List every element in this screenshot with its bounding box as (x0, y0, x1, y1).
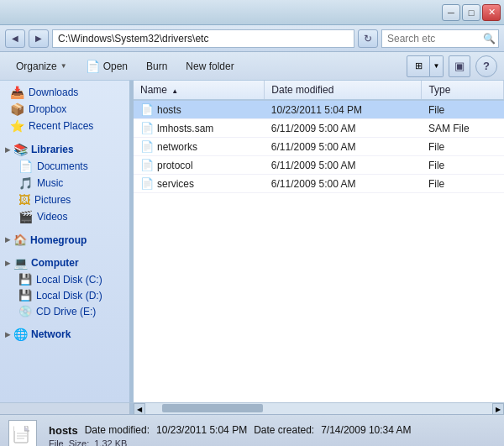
sidebar-item-dropbox[interactable]: 📦 Dropbox (0, 101, 129, 118)
col-name-label: Name (140, 84, 167, 96)
sidebar-label-localdisk-d: Local Disk (D:) (36, 290, 102, 302)
file-row-icon: 📄 (140, 103, 154, 116)
file-date-cell: 6/11/2009 5:00 AM (265, 175, 422, 193)
sidebar-item-recentplaces[interactable]: ⭐ Recent Places (0, 118, 129, 134)
computer-triangle-icon: ▶ (5, 260, 10, 267)
view-button[interactable]: ⊞ (407, 55, 430, 77)
refresh-button[interactable]: ↻ (358, 29, 378, 48)
file-name-cell: 📄services (134, 175, 265, 193)
title-bar: ─ □ ✕ (0, 0, 504, 25)
file-row-name: lmhosts.sam (157, 123, 213, 134)
sidebar-group-homegroup[interactable]: ▶ 🏠 Homegroup (0, 230, 129, 248)
new-folder-button[interactable]: New folder (176, 55, 243, 77)
file-row-name: hosts (157, 104, 181, 116)
status-created-label: Date created: (254, 424, 314, 437)
horizontal-scrollbar: ◀ ▶ (0, 402, 504, 414)
forward-button[interactable]: ▶ (29, 29, 49, 48)
status-size-label: Size: (69, 438, 89, 446)
file-date-cell: 6/11/2009 5:00 AM (265, 138, 422, 156)
address-bar: ◀ ▶ ↻ 🔍 (0, 25, 504, 52)
file-row-name: protocol (157, 160, 193, 171)
sidebar-item-pictures[interactable]: 🖼 Pictures (0, 192, 129, 208)
file-date-cell: 6/11/2009 5:00 AM (265, 119, 422, 138)
sidebar-item-cddrive[interactable]: 💿 CD Drive (E:) (0, 303, 129, 319)
status-file-icon (8, 420, 37, 447)
col-header-name[interactable]: Name ▲ (134, 81, 265, 100)
maximize-button[interactable]: □ (462, 4, 480, 21)
organize-button[interactable]: Organize ▼ (7, 55, 76, 77)
sidebar-group-network[interactable]: ▶ 🌐 Network (0, 324, 129, 343)
sidebar-item-documents[interactable]: 📄 Documents (0, 158, 129, 175)
burn-button[interactable]: Burn (137, 55, 176, 77)
h-scroll-thumb[interactable] (162, 404, 263, 412)
file-type-cell: File (422, 175, 504, 193)
sidebar: 📥 Downloads 📦 Dropbox ⭐ Recent Places ▶ … (0, 81, 130, 402)
sidebar-label-videos: Videos (37, 211, 67, 223)
status-filename-text: hosts (49, 424, 78, 437)
table-row[interactable]: 📄protocol6/11/2009 5:00 AMFile (134, 156, 504, 175)
music-icon: 🎵 (18, 176, 33, 190)
dropbox-icon: 📦 (10, 102, 24, 116)
homegroup-triangle-icon: ▶ (5, 236, 10, 244)
homegroup-icon: 🏠 (13, 233, 27, 246)
sidebar-item-localdisk-d[interactable]: 💾 Local Disk (D:) (0, 287, 129, 303)
file-date-cell: 10/23/2011 5:04 PM (265, 100, 422, 119)
file-list: Name ▲ Date modified Type 📄hosts10/23/20… (134, 81, 504, 402)
toolbar: Organize ▼ 📄 Open Burn New folder ⊞ ▼ ▣ … (0, 52, 504, 81)
file-type-cell: File (422, 156, 504, 175)
sidebar-item-music[interactable]: 🎵 Music (0, 175, 129, 192)
table-row[interactable]: 📄networks6/11/2009 5:00 AMFile (134, 138, 504, 156)
h-scroll-right-button[interactable]: ▶ (492, 403, 504, 415)
table-row[interactable]: 📄services6/11/2009 5:00 AMFile (134, 175, 504, 193)
sidebar-item-videos[interactable]: 🎬 Videos (0, 208, 129, 225)
search-icon[interactable]: 🔍 (481, 31, 496, 46)
h-scroll-left-button[interactable]: ◀ (134, 403, 145, 415)
col-header-type[interactable]: Type (422, 81, 504, 100)
status-date-value: 10/23/2011 5:04 PM (156, 424, 247, 437)
table-row[interactable]: 📄hosts10/23/2011 5:04 PMFile (134, 100, 504, 119)
organize-arrow-icon: ▼ (60, 62, 67, 70)
organize-label: Organize (16, 60, 57, 72)
status-meta: File Size: 1.32 KB (49, 438, 412, 446)
sidebar-label-homegroup: Homegroup (30, 234, 87, 246)
minimize-button[interactable]: ─ (442, 4, 460, 21)
sidebar-item-localdisk-c[interactable]: 💾 Local Disk (C:) (0, 271, 129, 287)
libraries-triangle-icon: ▶ (5, 146, 10, 154)
help-button[interactable]: ? (475, 55, 497, 77)
view-dropdown-button[interactable]: ▼ (430, 55, 444, 77)
open-button[interactable]: 📄 Open (76, 55, 137, 77)
file-row-name: services (157, 178, 194, 190)
file-date-cell: 6/11/2009 5:00 AM (265, 156, 422, 175)
sidebar-label-libraries: Libraries (31, 144, 74, 155)
table-row[interactable]: 📄lmhosts.sam6/11/2009 5:00 AMSAM File (134, 119, 504, 138)
back-button[interactable]: ◀ (5, 29, 25, 48)
localdisk-d-icon: 💾 (18, 289, 32, 302)
cddrive-icon: 💿 (18, 305, 32, 317)
sidebar-label-network: Network (31, 328, 71, 340)
col-type-label: Type (428, 84, 450, 96)
sidebar-group-computer[interactable]: ▶ 💻 Computer (0, 253, 129, 271)
file-type-cell: File (422, 100, 504, 119)
computer-icon: 💻 (13, 256, 28, 270)
file-type-cell: SAM File (422, 119, 504, 138)
address-input[interactable] (52, 29, 354, 48)
sidebar-group-libraries[interactable]: ▶ 📚 Libraries (0, 139, 129, 158)
table-header-row: Name ▲ Date modified Type (134, 81, 504, 100)
sidebar-label-documents: Documents (37, 160, 88, 172)
close-button[interactable]: ✕ (482, 4, 501, 21)
sidebar-item-downloads[interactable]: 📥 Downloads (0, 84, 129, 101)
pane-toggle-button[interactable]: ▣ (449, 55, 470, 77)
open-label: Open (103, 60, 128, 72)
file-svg-icon (13, 426, 33, 447)
file-name-cell: 📄networks (134, 138, 265, 156)
localdisk-c-icon: 💾 (18, 273, 32, 286)
downloads-icon: 📥 (10, 86, 24, 99)
h-scroll-track[interactable] (145, 403, 492, 414)
network-icon: 🌐 (13, 328, 28, 341)
status-created-value: 7/14/2009 10:34 AM (321, 424, 411, 437)
file-row-icon: 📄 (140, 140, 154, 153)
open-icon: 📄 (86, 60, 100, 73)
col-header-date[interactable]: Date modified (265, 81, 422, 100)
documents-icon: 📄 (18, 160, 33, 173)
col-date-label: Date modified (271, 84, 333, 96)
